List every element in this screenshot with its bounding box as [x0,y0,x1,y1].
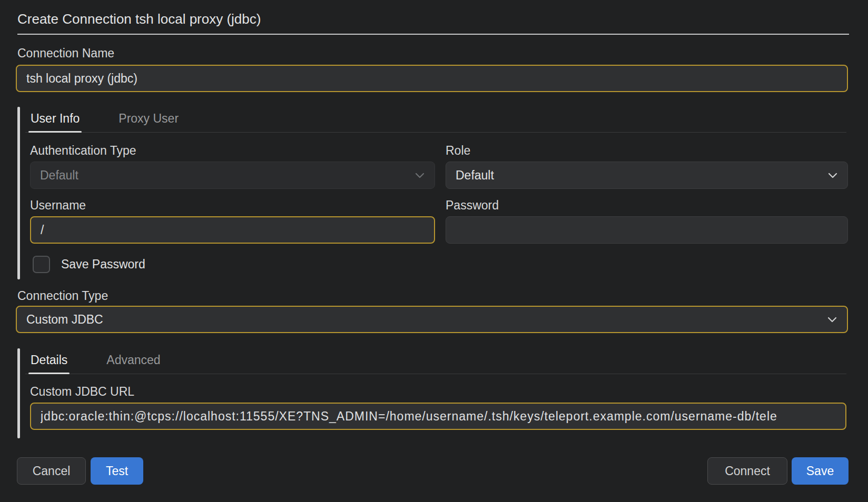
footer-actions: Cancel Test Connect Save [17,457,849,485]
cancel-button[interactable]: Cancel [17,457,86,485]
connection-name-input[interactable] [16,65,848,92]
role-label: Role [446,144,848,157]
jdbc-url-input[interactable] [30,403,846,430]
role-select[interactable]: Default [446,162,848,189]
save-password-row: Save Password [33,256,848,273]
auth-type-label: Authentication Type [30,144,435,157]
title-divider [17,34,849,35]
chevron-down-icon [826,313,839,326]
auth-type-value: Default [40,168,78,183]
chevron-down-icon [826,169,839,182]
tab-proxy-user[interactable]: Proxy User [117,112,180,132]
password-input[interactable] [446,216,848,244]
details-tabbar: Details Advanced [25,348,846,374]
section-accent-bar [17,348,20,438]
user-info-section: User Info Proxy User Authentication Type… [0,107,868,279]
page-title: Create Connection tsh local proxy (jdbc) [17,11,849,27]
username-input[interactable] [30,216,435,244]
auth-type-select: Default [30,162,435,189]
tab-user-info[interactable]: User Info [29,112,81,132]
connection-type-value: Custom JDBC [26,313,103,327]
test-button[interactable]: Test [91,457,143,485]
username-label: Username [30,198,435,212]
jdbc-url-label: Custom JDBC URL [30,385,848,398]
role-value: Default [456,168,494,183]
password-label: Password [446,198,848,212]
save-button[interactable]: Save [792,457,849,485]
chevron-down-icon [413,169,426,182]
section-accent-bar [17,107,20,279]
save-password-label: Save Password [61,257,145,272]
connection-type-select[interactable]: Custom JDBC [16,306,848,333]
save-password-checkbox[interactable] [33,256,50,273]
connect-button[interactable]: Connect [707,457,787,485]
details-section: Details Advanced Custom JDBC URL [0,348,868,438]
tab-advanced[interactable]: Advanced [105,353,161,374]
user-info-tabbar: User Info Proxy User [25,107,846,133]
tab-details[interactable]: Details [29,353,68,374]
connection-name-label: Connection Name [17,46,868,60]
connection-type-label: Connection Type [17,289,868,303]
